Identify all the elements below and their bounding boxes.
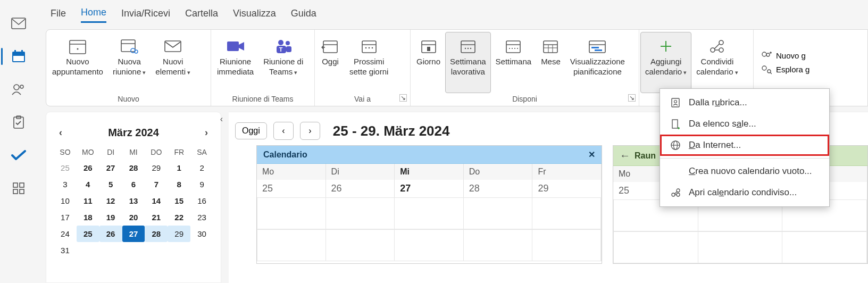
tab-send-receive[interactable]: Invia/Ricevi [121,5,170,22]
mini-day[interactable]: 3 [54,176,77,193]
collapse-pane-icon[interactable]: ‹ [220,114,223,124]
tasks-rail-icon[interactable] [9,114,29,131]
mini-day[interactable]: 14 [145,193,168,209]
people-rail-icon[interactable] [9,81,29,98]
mini-day[interactable]: 5 [99,176,122,193]
mini-day[interactable]: 9 [190,176,213,193]
mini-day[interactable]: 23 [190,209,213,226]
add-calendar-button[interactable]: Aggiungi calendario [640,32,691,93]
next-month-button[interactable]: › [203,125,210,140]
next-week-button[interactable]: › [300,122,320,140]
close-calendar-1-button[interactable]: ✕ [588,149,595,160]
mini-day[interactable]: 30 [190,226,213,242]
time-slot[interactable] [257,197,602,229]
mini-day[interactable]: 15 [168,193,190,209]
mini-day[interactable]: 2 [190,160,213,176]
mini-day[interactable]: 28 [122,160,145,176]
dialog-launcher-icon[interactable]: ↘ [628,94,636,102]
overlay-back-button[interactable]: ← [620,149,630,162]
prev-week-button[interactable]: ‹ [273,122,294,140]
svg-point-66 [766,53,770,56]
mini-dow: SO [54,145,77,160]
mini-day[interactable]: 17 [54,209,77,226]
mini-day[interactable]: 16 [190,193,213,209]
tab-help[interactable]: Guida [291,5,316,22]
day-view-button[interactable]: Giorno [412,32,445,93]
svg-line-71 [770,72,772,74]
month-view-button[interactable]: Mese [536,32,565,93]
tab-folder[interactable]: Cartella [185,5,218,22]
people-plus-icon [760,51,772,61]
mini-day[interactable]: 29 [168,226,190,242]
todo-rail-icon[interactable] [9,147,29,164]
menu-create-blank-calendar[interactable]: Crea nuovo calendario vuoto... [660,161,829,182]
svg-rect-13 [20,189,24,194]
menu-open-shared-calendar[interactable]: Apri calendario condiviso... [660,182,829,203]
work-week-view-button[interactable]: Settimana lavorativa [445,32,491,93]
mini-day[interactable]: 19 [99,209,122,226]
meet-now-button[interactable]: Riunione immediata [212,32,258,93]
svg-rect-43 [506,41,520,53]
mini-day[interactable]: 20 [122,209,145,226]
mini-day[interactable]: 8 [168,176,190,193]
envelope-icon [163,36,182,57]
mini-calendar-title: März 2024 [108,127,159,139]
calendar-rail-icon[interactable] [9,48,29,65]
mini-day[interactable]: 18 [77,209,99,226]
mail-rail-icon[interactable] [9,15,29,32]
mini-day[interactable]: 11 [77,193,99,209]
svg-line-63 [714,44,720,49]
browse-groups-button[interactable]: Esplora g [760,65,866,74]
mini-day[interactable]: 26 [99,226,122,242]
share-calendar-button[interactable]: Condividi calendario [691,32,742,93]
schedule-view-button[interactable]: Visualizzazione pianificazione [565,32,630,93]
apps-rail-icon[interactable] [9,180,29,197]
mini-day[interactable]: 25 [77,226,99,242]
dialog-launcher-icon[interactable]: ↘ [399,94,407,102]
new-group-button[interactable]: Nuovo g [760,51,866,61]
mini-day[interactable]: 28 [145,226,168,242]
teams-meeting-button[interactable]: T Riunione di Teams [258,32,308,93]
mini-day[interactable]: 12 [99,193,122,209]
week-view-button[interactable]: Settimana [491,32,537,93]
menu-from-room-list[interactable]: Da elenco sale... [660,113,829,135]
svg-point-7 [20,85,23,88]
mini-day[interactable]: 10 [54,193,77,209]
mini-day[interactable]: 7 [145,176,168,193]
new-appointment-button[interactable]: Nuovo appuntamento [47,32,108,93]
mini-day[interactable]: 4 [77,176,99,193]
menu-from-internet[interactable]: Da Internet... [660,135,829,156]
mini-day[interactable]: 13 [122,193,145,209]
svg-point-40 [465,48,466,49]
mini-day[interactable]: 27 [122,226,145,242]
tab-home[interactable]: Home [81,4,106,23]
mini-day[interactable]: 27 [99,160,122,176]
svg-rect-38 [461,41,475,53]
today-button[interactable]: Oggi [316,32,345,93]
mini-day[interactable]: 1 [168,160,190,176]
mini-day[interactable]: 26 [77,160,99,176]
time-slot[interactable] [257,229,602,261]
go-today-button[interactable]: Oggi [235,122,267,139]
new-items-button[interactable]: Nuovi elementi [151,32,195,93]
mini-day[interactable]: 25 [54,160,77,176]
new-meeting-button[interactable]: Nuova riunione [108,32,151,93]
mini-day[interactable]: 29 [145,160,168,176]
mini-dow: MI [122,145,145,160]
prev-month-button[interactable]: ‹ [57,125,64,140]
mini-day[interactable]: 21 [145,209,168,226]
mini-dow: DO [145,145,168,160]
svg-point-33 [368,47,370,49]
svg-rect-5 [21,50,23,53]
tab-file[interactable]: File [51,5,66,22]
mini-day[interactable]: 22 [168,209,190,226]
svg-rect-49 [544,41,557,53]
group-label-vai: Vai a↘ [315,93,410,106]
next-7-days-button[interactable]: Prossimi sette giorni [345,32,393,93]
time-slot[interactable] [613,231,867,263]
tab-view[interactable]: Visualizza [233,5,276,22]
mini-day[interactable]: 6 [122,176,145,193]
menu-from-address-book[interactable]: Dalla rubrica... [660,92,829,113]
mini-day[interactable]: 24 [54,226,77,242]
mini-day[interactable]: 31 [54,242,77,259]
